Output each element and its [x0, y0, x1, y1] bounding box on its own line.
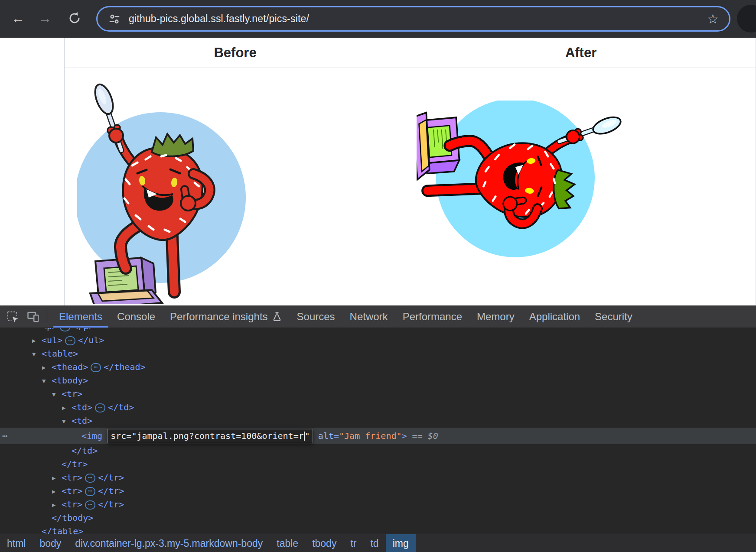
dom-tree-row[interactable]: </tbody>	[0, 511, 756, 525]
node-text: ==	[407, 431, 428, 441]
expand-children-icon[interactable]: ⋯	[85, 500, 95, 510]
address-bar[interactable]: github-pics.global.ssl.fastly.net/pics-s…	[96, 6, 730, 32]
node-text: </table>	[42, 526, 83, 534]
tab-performance[interactable]: Performance	[395, 305, 469, 328]
expand-children-icon[interactable]: ⋯	[85, 487, 95, 496]
twisty-collapsed-icon[interactable]: ▶	[32, 334, 42, 347]
expand-children-icon[interactable]: ⋯	[60, 328, 70, 331]
node-text: <tr>	[62, 486, 82, 496]
profile-avatar[interactable]	[737, 5, 756, 32]
tab-label: Application	[529, 305, 580, 328]
tab-label: Memory	[477, 305, 515, 328]
dom-tree-row[interactable]: </table>	[0, 525, 756, 534]
node-text: <ul>	[42, 335, 62, 345]
breadcrumb-img[interactable]: img	[386, 534, 416, 552]
dom-tree-row[interactable]: ▼<table>	[0, 347, 756, 360]
dom-tree[interactable]: <p>⋯</p>▶<ul>⋯</ul>▼<table>▶<thead>⋯</th…	[0, 328, 756, 534]
node-text: </tr>	[62, 459, 88, 469]
url-text[interactable]: github-pics.global.ssl.fastly.net/pics-s…	[129, 13, 707, 25]
node-text: <tr>	[62, 472, 82, 483]
node-text: <tr>	[62, 499, 82, 510]
tab-sources[interactable]: Sources	[290, 305, 342, 328]
dom-tree-row[interactable]: ▼<tr>	[0, 387, 756, 401]
dom-tree-row[interactable]: ▶<tr>⋯</tr>	[0, 498, 756, 511]
dom-tree-row[interactable]: ▶<td>⋯</td>	[0, 401, 756, 414]
tab-performance-insights[interactable]: Performance insights	[163, 305, 289, 328]
dom-tree-row[interactable]: ▼<td>	[0, 414, 756, 428]
node-text: =	[334, 431, 339, 441]
reload-icon	[68, 11, 81, 27]
indent-spacer	[0, 507, 52, 507]
dom-tree-row[interactable]: ▶<thead>⋯</thead>	[0, 360, 756, 374]
dom-tree-row[interactable]: ▶<ul>⋯</ul>	[0, 334, 756, 347]
reload-button[interactable]	[66, 9, 83, 29]
dom-tree-row[interactable]: </tr>	[0, 458, 756, 471]
indent-spacer	[0, 453, 62, 454]
indent-spacer	[0, 383, 42, 383]
forward-button[interactable]: →	[36, 9, 54, 29]
tab-network[interactable]: Network	[342, 305, 395, 328]
tab-application[interactable]: Application	[522, 305, 587, 328]
twisty-collapsed-icon[interactable]: ▶	[52, 498, 62, 512]
comparison-table: Before After	[64, 38, 756, 305]
expand-children-icon[interactable]: ⋯	[95, 403, 105, 412]
attribute-value: "Jam friend"	[339, 431, 402, 441]
before-cell	[65, 68, 406, 306]
node-text: </td>	[72, 445, 98, 456]
dom-tree-row[interactable]: ▶<tr>⋯</tr>	[0, 471, 756, 484]
bookmark-star-icon[interactable]: ☆	[707, 13, 719, 26]
breadcrumb-td[interactable]: td	[363, 534, 385, 552]
tab-label: Elements	[59, 305, 102, 328]
device-toolbar-icon[interactable]	[27, 310, 40, 323]
attribute-name: alt	[318, 431, 334, 441]
indent-spacer	[0, 467, 52, 467]
twisty-expanded-icon[interactable]: ▼	[42, 374, 52, 388]
twisty-expanded-icon[interactable]: ▼	[62, 415, 72, 428]
devtools-toolbar: ElementsConsolePerformance insightsSourc…	[0, 305, 756, 328]
node-text: </thead>	[104, 362, 145, 372]
dom-tree-row[interactable]: ▶<tr>⋯</tr>	[0, 484, 756, 498]
dom-tree-row[interactable]: ▼<tbody>	[0, 374, 756, 387]
indent-spacer	[0, 410, 62, 410]
twisty-expanded-icon[interactable]: ▼	[52, 388, 62, 401]
inspect-element-icon[interactable]	[6, 310, 19, 323]
row-menu-icon[interactable]: ⋯	[2, 428, 7, 444]
attribute-edit-input[interactable]: src="jampal.png?contrast=100&orient=r"	[108, 429, 313, 443]
site-settings-icon[interactable]	[108, 13, 121, 26]
tab-elements[interactable]: Elements	[52, 305, 110, 328]
dom-tree-row[interactable]: <img src="jampal.png?contrast=100&orient…	[0, 428, 756, 444]
node-text: <p>	[42, 328, 57, 331]
breadcrumb-html[interactable]: html	[0, 534, 33, 552]
flask-icon	[272, 311, 282, 322]
twisty-expanded-icon[interactable]: ▼	[32, 347, 42, 361]
breadcrumb-div[interactable]: div.container-lg.px-3.my-5.markdown-body	[68, 534, 270, 552]
node-text: <tbody>	[52, 375, 88, 386]
tab-security[interactable]: Security	[587, 305, 640, 328]
indent-spacer	[0, 356, 32, 357]
tab-console[interactable]: Console	[110, 305, 163, 328]
back-button[interactable]: ←	[10, 9, 27, 29]
indent-spacer	[0, 396, 52, 397]
browser-toolbar: ← → github-pics.global.ssl.fastly.net/pi…	[0, 0, 756, 38]
breadcrumb-table[interactable]: table	[270, 534, 305, 552]
expand-children-icon[interactable]: ⋯	[85, 474, 95, 483]
twisty-collapsed-icon[interactable]: ▶	[42, 361, 52, 374]
dom-tree-row[interactable]: <p>⋯</p>	[0, 328, 756, 333]
twisty-collapsed-icon[interactable]: ▶	[62, 401, 72, 415]
breadcrumb-body[interactable]: body	[33, 534, 68, 552]
dom-tree-row[interactable]: </td>	[0, 444, 756, 458]
node-text: </tr>	[98, 499, 124, 510]
expand-children-icon[interactable]: ⋯	[91, 363, 101, 372]
element-breadcrumbs: htmlbodydiv.container-lg.px-3.my-5.markd…	[0, 534, 756, 552]
breadcrumb-tr[interactable]: tr	[343, 534, 363, 552]
strawberry-image-before	[77, 74, 259, 304]
twisty-collapsed-icon[interactable]: ▶	[52, 471, 62, 485]
indent-spacer	[0, 343, 32, 343]
after-cell	[406, 68, 756, 306]
node-text: <thead>	[52, 362, 88, 372]
expand-children-icon[interactable]: ⋯	[65, 336, 75, 345]
tab-memory[interactable]: Memory	[469, 305, 522, 328]
node-text: <td>	[72, 416, 92, 426]
breadcrumb-tbody[interactable]: tbody	[305, 534, 343, 552]
twisty-collapsed-icon[interactable]: ▶	[52, 485, 62, 498]
